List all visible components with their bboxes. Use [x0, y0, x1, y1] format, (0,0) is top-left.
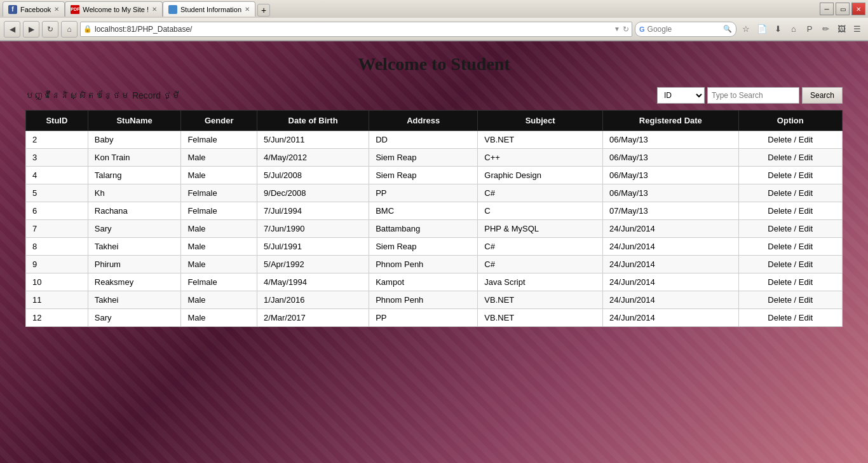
- browser-search-container: G 🔍: [635, 22, 736, 37]
- tab-facebook-close[interactable]: ✕: [54, 6, 59, 13]
- home-nav-icon[interactable]: ⌂: [787, 22, 801, 36]
- forward-button[interactable]: ▶: [23, 21, 39, 38]
- record-label: បញ្ជីនៃនិស្សិតបន្ថែម Record ថ្មី: [25, 90, 180, 100]
- bookmark-icon[interactable]: ☆: [739, 22, 753, 36]
- cell-6: 06/May/13: [603, 149, 738, 167]
- refresh-icon[interactable]: ↻: [623, 25, 629, 34]
- tab-welcome-close[interactable]: ✕: [152, 6, 157, 13]
- cell-2: Male: [181, 238, 257, 256]
- cell-2: Felmale: [181, 184, 257, 202]
- cell-0: 10: [26, 273, 88, 291]
- tab-student[interactable]: Student Information ✕: [163, 1, 255, 17]
- search-input[interactable]: [707, 87, 799, 104]
- tab-facebook-label: Facebook: [20, 6, 51, 13]
- search-button[interactable]: Search: [802, 87, 843, 104]
- refresh-button[interactable]: ↻: [42, 21, 58, 38]
- search-field-select[interactable]: ID Name Gender: [657, 87, 705, 104]
- maximize-button[interactable]: ▭: [836, 3, 850, 15]
- pdf-favicon: PDF: [71, 5, 79, 14]
- menu-icon[interactable]: ☰: [850, 22, 864, 36]
- cell-5: PHP & MySQL: [478, 220, 603, 238]
- minimize-button[interactable]: ─: [820, 3, 834, 15]
- cell-3: 1/Jan/2016: [257, 291, 369, 309]
- cell-2: Felmale: [181, 202, 257, 220]
- cell-2: Felmale: [181, 273, 257, 291]
- delete-edit-link[interactable]: Delete / Edit: [768, 135, 813, 144]
- table-row: 4TalarngMale5/Jul/2008Siem ReapGraphic D…: [26, 167, 843, 184]
- cell-option: Delete / Edit: [738, 238, 842, 256]
- cell-option: Delete / Edit: [738, 291, 842, 309]
- cell-option: Delete / Edit: [738, 220, 842, 238]
- new-tab-button[interactable]: +: [257, 4, 270, 17]
- cell-2: Felmale: [181, 131, 257, 149]
- table-row: 3Kon TrainMale4/May/2012Siem ReapC++06/M…: [26, 149, 843, 167]
- table-row: 12SaryMale2/Mar/2017PPVB.NET24/Jun/2014D…: [26, 309, 843, 327]
- col-header-regdate: Registered Date: [603, 111, 738, 131]
- cell-1: Takhei: [88, 238, 181, 256]
- search-magnifier-icon[interactable]: 🔍: [723, 25, 732, 33]
- cell-6: 06/May/13: [603, 167, 738, 184]
- cell-1: Takhei: [88, 291, 181, 309]
- cell-3: 4/May/2012: [257, 149, 369, 167]
- home-button[interactable]: ⌂: [61, 21, 78, 38]
- address-bar-container: 🔒 ▼ ↻: [80, 22, 632, 37]
- col-header-gender: Gender: [181, 111, 257, 131]
- browser-search-input[interactable]: [648, 25, 721, 34]
- cell-6: 24/Jun/2014: [603, 238, 738, 256]
- cell-1: Sary: [88, 220, 181, 238]
- pinterest-icon[interactable]: P: [803, 22, 817, 36]
- cell-6: 24/Jun/2014: [603, 309, 738, 327]
- cell-0: 9: [26, 256, 88, 273]
- cell-0: 12: [26, 309, 88, 327]
- cell-option: Delete / Edit: [738, 256, 842, 273]
- tab-welcome-label: Welcome to My Site !: [83, 6, 149, 13]
- cell-5: C#: [478, 256, 603, 273]
- tab-welcome[interactable]: PDF Welcome to My Site ! ✕: [65, 1, 163, 17]
- delete-edit-link[interactable]: Delete / Edit: [768, 188, 813, 198]
- delete-edit-link[interactable]: Delete / Edit: [768, 295, 813, 305]
- cell-6: 24/Jun/2014: [603, 273, 738, 291]
- col-header-stuid: StuID: [26, 111, 88, 131]
- back-button[interactable]: ◀: [4, 21, 20, 38]
- table-row: 7SaryMale7/Jun/1990BattambangPHP & MySQL…: [26, 220, 843, 238]
- delete-edit-link[interactable]: Delete / Edit: [768, 277, 813, 287]
- delete-edit-link[interactable]: Delete / Edit: [768, 224, 813, 233]
- cell-3: 4/May/1994: [257, 273, 369, 291]
- address-input[interactable]: [95, 25, 611, 34]
- table-row: 2BabyFelmale5/Jun/2011DDVB.NET06/May/13D…: [26, 131, 843, 149]
- reader-icon[interactable]: 📄: [755, 22, 769, 36]
- dropdown-icon[interactable]: ▼: [614, 25, 620, 32]
- cell-5: C++: [478, 149, 603, 167]
- cell-3: 5/Jul/1991: [257, 238, 369, 256]
- col-header-dob: Date of Birth: [257, 111, 369, 131]
- cell-0: 4: [26, 167, 88, 184]
- cell-1: Sary: [88, 309, 181, 327]
- cell-6: 24/Jun/2014: [603, 220, 738, 238]
- title-bar: f Facebook ✕ PDF Welcome to My Site ! ✕ …: [0, 0, 868, 18]
- delete-edit-link[interactable]: Delete / Edit: [768, 259, 813, 269]
- delete-edit-link[interactable]: Delete / Edit: [768, 242, 813, 251]
- cell-1: Phirum: [88, 256, 181, 273]
- delete-edit-link[interactable]: Delete / Edit: [768, 313, 813, 322]
- col-header-subject: Subject: [478, 111, 603, 131]
- download-icon[interactable]: ⬇: [771, 22, 785, 36]
- tab-bar: f Facebook ✕ PDF Welcome to My Site ! ✕ …: [3, 1, 820, 17]
- table-row: 10ReaksmeyFelmale4/May/1994KampotJava Sc…: [26, 273, 843, 291]
- cell-option: Delete / Edit: [738, 184, 842, 202]
- delete-edit-link[interactable]: Delete / Edit: [768, 206, 813, 216]
- cell-3: 5/Jul/2008: [257, 167, 369, 184]
- cell-0: 5: [26, 184, 88, 202]
- table-row: 5KhFelmale9/Dec/2008PPC#06/May/13Delete …: [26, 184, 843, 202]
- close-button[interactable]: ✕: [851, 3, 865, 15]
- tab-facebook[interactable]: f Facebook ✕: [3, 1, 65, 17]
- tab-student-close[interactable]: ✕: [245, 6, 250, 13]
- delete-edit-link[interactable]: Delete / Edit: [768, 170, 813, 180]
- photo-icon[interactable]: 🖼: [834, 22, 848, 36]
- table-row: 9PhirumMale5/Apr/1992Phnom PenhC#24/Jun/…: [26, 256, 843, 273]
- cell-2: Male: [181, 167, 257, 184]
- cell-5: C#: [478, 184, 603, 202]
- delete-edit-link[interactable]: Delete / Edit: [768, 153, 813, 162]
- pen-icon[interactable]: ✏: [818, 22, 832, 36]
- cell-2: Male: [181, 149, 257, 167]
- table-row: 8TakheiMale5/Jul/1991Siem ReapC#24/Jun/2…: [26, 238, 843, 256]
